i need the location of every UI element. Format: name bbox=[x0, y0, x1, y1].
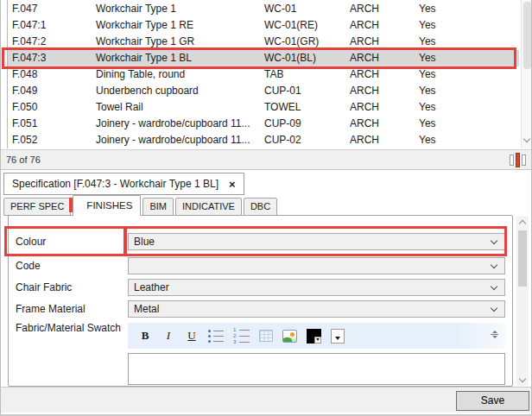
image-icon bbox=[282, 330, 297, 343]
dropdown-arrow-icon bbox=[331, 329, 345, 344]
cell-short-code: CUP-02 bbox=[264, 132, 301, 148]
cell-description: Joinery - wardrobe/cupboard 11... bbox=[96, 132, 250, 148]
cell-discipline: ARCH bbox=[350, 50, 379, 66]
cell-code: F.047:1 bbox=[12, 17, 46, 34]
cell-code: F.047 bbox=[12, 1, 37, 17]
cell-confirmed: Yes bbox=[419, 50, 436, 66]
table-row[interactable]: F.047:1 Workchair Type 1 RE WC-01(RE) AR… bbox=[8, 17, 519, 34]
status-bar: 76 of 76 bbox=[1, 149, 532, 170]
cell-short-code: CUP-01 bbox=[264, 83, 301, 99]
cell-short-code: WC-01 bbox=[264, 1, 296, 17]
columns-icon-bar bbox=[522, 154, 526, 166]
schedule-table: F.047 Workchair Type 1 WC-01 ARCH Yes F.… bbox=[1, 0, 532, 148]
cell-discipline: ARCH bbox=[350, 17, 379, 34]
colour-value: Blue bbox=[134, 236, 491, 248]
chevron-up-icon[interactable] bbox=[519, 220, 526, 227]
cell-code: F.047:3 bbox=[12, 50, 46, 66]
chair-fabric-label: Chair Fabric bbox=[16, 280, 72, 295]
cell-code: F.048 bbox=[12, 66, 37, 83]
cell-confirmed: Yes bbox=[419, 1, 436, 17]
swatch-label: Fabric/Material Swatch bbox=[16, 320, 121, 336]
toolbar-resize-grip[interactable] bbox=[491, 331, 498, 338]
cell-confirmed: Yes bbox=[419, 116, 436, 132]
tab-indicative[interactable]: INDICATIVE bbox=[175, 198, 242, 216]
numbered-list-icon: 1 2 3 bbox=[233, 328, 250, 344]
chevron-down-icon bbox=[491, 261, 497, 268]
cell-confirmed: Yes bbox=[419, 34, 436, 50]
chair-fabric-value: Leather bbox=[134, 281, 491, 293]
table-scrollbar-thumb[interactable] bbox=[523, 2, 531, 69]
table-row[interactable]: F.048 Dining Table, round TAB ARCH Yes bbox=[8, 66, 519, 83]
columns-icon[interactable] bbox=[509, 153, 528, 167]
insert-image-button[interactable] bbox=[282, 327, 297, 344]
cell-discipline: ARCH bbox=[350, 34, 379, 50]
spec-document-tab[interactable]: Specification [F.047:3 - Workchair Type … bbox=[3, 173, 244, 195]
frame-material-label: Frame Material bbox=[16, 301, 86, 317]
columns-icon-bar-active bbox=[516, 153, 520, 167]
swatch-textarea[interactable] bbox=[128, 353, 505, 385]
cell-code: F.049 bbox=[12, 83, 37, 99]
table-row[interactable]: F.047:2 Workchair Type 1 GR WC-01(GR) AR… bbox=[8, 34, 519, 50]
colour-dropdown[interactable]: Blue bbox=[128, 233, 505, 250]
table-row[interactable]: F.052 Joinery - wardrobe/cupboard 11... … bbox=[8, 132, 519, 148]
bullet-list-button[interactable] bbox=[208, 327, 224, 344]
table-row-selected[interactable]: F.047:3 Workchair Type 1 BL WC-01(BL) AR… bbox=[8, 50, 519, 66]
table-row[interactable]: F.049 Underbench cupboard CUP-01 ARCH Ye… bbox=[8, 83, 519, 99]
table-row[interactable]: F.050 Towel Rail TOWEL ARCH Yes bbox=[8, 99, 519, 116]
insert-table-button[interactable] bbox=[259, 327, 273, 344]
table-row[interactable]: F.047 Workchair Type 1 WC-01 ARCH Yes bbox=[8, 1, 519, 17]
cell-code: F.051 bbox=[12, 116, 37, 132]
chair-fabric-dropdown[interactable]: Leather bbox=[128, 279, 505, 296]
color-dropdown-button[interactable] bbox=[331, 327, 345, 344]
cell-short-code: WC-01(RE) bbox=[264, 17, 318, 34]
cell-description: Workchair Type 1 GR bbox=[96, 34, 194, 50]
tab-finishes[interactable]: FINISHES bbox=[73, 195, 141, 216]
close-icon[interactable]: × bbox=[229, 179, 236, 190]
frame-material-value: Metal bbox=[134, 303, 491, 315]
tab-bim[interactable]: BIM bbox=[142, 198, 174, 216]
chevron-down-icon bbox=[491, 236, 497, 243]
footer-bar: Save bbox=[1, 387, 532, 413]
tab-dbc[interactable]: DBC bbox=[244, 198, 277, 216]
record-count: 76 of 76 bbox=[6, 150, 41, 169]
numbered-list-button[interactable]: 1 2 3 bbox=[233, 327, 250, 344]
cell-description: Dining Table, round bbox=[96, 66, 185, 83]
cell-code: F.050 bbox=[12, 99, 37, 116]
richtext-toolbar: B I U 1 2 3 bbox=[128, 323, 505, 349]
chevron-down-icon bbox=[491, 282, 497, 289]
bullet-list-icon bbox=[208, 330, 224, 343]
save-button[interactable]: Save bbox=[456, 391, 529, 411]
cell-discipline: ARCH bbox=[350, 132, 379, 148]
chevron-down-icon[interactable] bbox=[519, 375, 526, 382]
font-color-swatch-icon bbox=[307, 329, 321, 344]
table-scrollbar[interactable] bbox=[521, 0, 532, 148]
cell-confirmed: Yes bbox=[419, 132, 436, 148]
chevron-down-icon[interactable] bbox=[523, 136, 530, 142]
cell-discipline: ARCH bbox=[350, 1, 379, 17]
form-scrollbar-thumb[interactable] bbox=[518, 230, 527, 287]
cell-discipline: ARCH bbox=[350, 116, 379, 132]
cell-description: Underbench cupboard bbox=[96, 83, 199, 99]
bold-button[interactable]: B bbox=[138, 327, 152, 344]
cell-description: Joinery - wardrobe/cupboard 11... bbox=[96, 116, 250, 132]
finishes-form-panel: Colour Blue Code Chair Fabric Leather Fr… bbox=[8, 215, 513, 387]
table-row[interactable]: F.051 Joinery - wardrobe/cupboard 11... … bbox=[8, 116, 519, 132]
code-dropdown[interactable] bbox=[128, 257, 505, 274]
code-label: Code bbox=[16, 258, 41, 274]
font-color-button[interactable] bbox=[307, 327, 321, 344]
cell-code: F.052 bbox=[12, 132, 37, 148]
cell-short-code: WC-01(BL) bbox=[264, 50, 316, 66]
cell-description: Towel Rail bbox=[96, 99, 143, 116]
cell-discipline: ARCH bbox=[350, 83, 379, 99]
spec-document-tab-title: Specification [F.047:3 - Workchair Type … bbox=[12, 178, 218, 190]
cell-description: Workchair Type 1 bbox=[96, 1, 176, 17]
italic-button[interactable]: I bbox=[162, 327, 175, 344]
cell-description: Workchair Type 1 RE bbox=[96, 17, 193, 34]
cell-short-code: WC-01(GR) bbox=[264, 34, 319, 50]
underline-button[interactable]: U bbox=[185, 327, 199, 344]
form-scrollbar[interactable] bbox=[516, 217, 529, 386]
cell-confirmed: Yes bbox=[419, 66, 436, 83]
tab-perf-spec[interactable]: PERF SPEC bbox=[3, 198, 71, 216]
colour-label: Colour bbox=[16, 234, 46, 249]
frame-material-dropdown[interactable]: Metal bbox=[128, 300, 505, 318]
